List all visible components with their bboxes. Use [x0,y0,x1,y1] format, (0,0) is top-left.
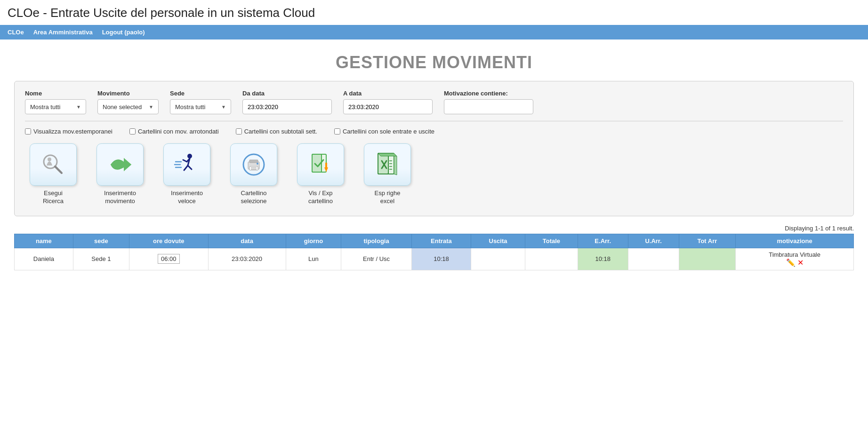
cb-visualizza-label: Visualizza mov.estemporanei [33,128,113,135]
svg-rect-10 [249,160,258,163]
cb-entrate-uscite-label: Cartellini con sole entrate e uscite [343,128,434,135]
nav-cloe[interactable]: CLOe [8,29,24,36]
action-row: EseguiRicerca Inserimentomovimento [25,143,843,205]
filter-motivazione: Motivazione contiene: [444,90,533,114]
table-cell: Lun [286,248,341,270]
btn-esegui-ricerca[interactable]: EseguiRicerca [25,143,81,205]
filter-nome-dropdown[interactable]: Mostra tutti▼ [25,99,86,114]
cb-visualizza[interactable] [25,128,31,134]
printer-icon [230,143,277,186]
cb-entrate-uscite-item: Cartellini con sole entrate e uscite [334,128,434,135]
filter-a-data-label: A data [343,90,433,97]
btn-cartellino-selezione-label: Cartellinoselezione [241,189,267,205]
motivazione-cell: Timbratura Virtuale ✏️✕ [736,248,854,270]
col-name: name [15,234,73,248]
btn-inserimento-veloce[interactable]: Inserimentoveloce [159,143,215,205]
motivazione-text: Timbratura Virtuale [769,251,820,258]
filter-sede: Sede Mostra tutti▼ [170,90,231,114]
cb-cartellini-arrotondati[interactable] [129,128,136,134]
svg-point-2 [48,158,51,161]
checkbox-row: Visualizza mov.estemporanei Cartellini c… [25,128,843,135]
edit-icon[interactable]: ✏️ [786,258,796,267]
table-cell [628,248,679,270]
filter-a-data-input[interactable] [343,99,433,114]
table-cell: Entr / Usc [341,248,412,270]
table-cell: 10:18 [578,248,628,270]
table-row: DanielaSede 106:0023:03:2020LunEntr / Us… [15,248,854,270]
filter-a-data: A data [343,90,433,114]
table-cell [471,248,525,270]
filter-nome-label: Nome [25,90,86,97]
filter-movimento-label: Movimento [97,90,159,97]
col-totale: Totale [525,234,578,248]
svg-rect-11 [249,166,258,170]
table-cell: 23:03:2020 [208,248,286,270]
cb-subtotali-item: Cartellini con subtotali sett. [236,128,317,135]
col-data: data [208,234,286,248]
cb-entrate-uscite[interactable] [334,128,340,134]
btn-inserimento-veloce-label: Inserimentoveloce [171,189,203,205]
export-icon [297,143,344,186]
cb-subtotali[interactable] [236,128,242,134]
col-tipologia: tipologia [341,234,412,248]
col-motivazione: motivazione [736,234,854,248]
navbar: CLOe Area Amministrativa Logout (paolo) [0,25,868,39]
table-cell: Daniela [15,248,73,270]
btn-inserimento-movimento-label: Inserimentomovimento [104,189,136,205]
col-sede: sede [73,234,129,248]
results-info: Displaying 1-1 of 1 result. [0,221,868,234]
col-entrata: Entrata [411,234,471,248]
filter-motivazione-label: Motivazione contiene: [444,90,533,97]
table-cell [679,248,736,270]
col-earr: E.Arr. [578,234,628,248]
btn-vis-exp-cartellino[interactable]: Vis / Expcartellino [292,143,349,205]
col-uarr: U.Arr. [628,234,679,248]
btn-esp-righe-excel[interactable]: Esp righeexcel [359,143,416,205]
svg-rect-18 [325,163,327,168]
page-title: CLOe - Entrate Uscite del personale in u… [0,0,868,25]
cb-cartellini-arrotondati-label: Cartellini con mov. arrotondati [138,128,219,135]
btn-esp-righe-excel-label: Esp righeexcel [375,189,401,205]
delete-icon[interactable]: ✕ [797,258,804,267]
filter-motivazione-input[interactable] [444,99,533,114]
svg-line-3 [55,166,62,173]
table-cell: 10:18 [411,248,471,270]
filter-da-data-input[interactable] [242,99,332,114]
table-cell [525,248,578,270]
filter-sede-label: Sede [170,90,231,97]
filter-movimento: Movimento None selected▼ [97,90,159,114]
col-totarr: Tot Arr [679,234,736,248]
filter-sede-dropdown[interactable]: Mostra tutti▼ [170,99,231,114]
runner-icon [163,143,210,186]
filter-panel: Nome Mostra tutti▼ Movimento None select… [14,81,854,216]
search-icon [30,143,77,186]
filter-da-data: Da data [242,90,332,114]
filter-nome: Nome Mostra tutti▼ [25,90,86,114]
btn-inserimento-movimento[interactable]: Inserimentomovimento [92,143,148,205]
gestione-movimenti-heading: GESTIONE MOVIMENTI [0,39,868,81]
filter-movimento-dropdown[interactable]: None selected▼ [97,99,159,114]
cb-subtotali-label: Cartellini con subtotali sett. [244,128,317,135]
btn-esegui-ricerca-label: EseguiRicerca [43,189,64,205]
col-giorno: giorno [286,234,341,248]
arrow-right-icon [96,143,144,186]
col-ore-dovute: ore dovute [129,234,208,248]
btn-vis-exp-cartellino-label: Vis / Expcartellino [308,189,333,205]
col-uscita: Uscita [471,234,525,248]
ore-dovute-value: 06:00 [158,254,180,264]
nav-area-amm[interactable]: Area Amministrativa [33,29,93,36]
excel-icon [364,143,411,186]
cb-cartellini-arrotondati-item: Cartellini con mov. arrotondati [129,128,219,135]
filter-da-data-label: Da data [242,90,332,97]
table-cell: Sede 1 [73,248,129,270]
nav-logout[interactable]: Logout (paolo) [102,29,145,36]
svg-point-14 [257,163,258,165]
cb-visualizza-item: Visualizza mov.estemporanei [25,128,113,135]
data-table: name sede ore dovute data giorno tipolog… [14,234,854,270]
btn-cartellino-selezione[interactable]: Cartellinoselezione [225,143,282,205]
